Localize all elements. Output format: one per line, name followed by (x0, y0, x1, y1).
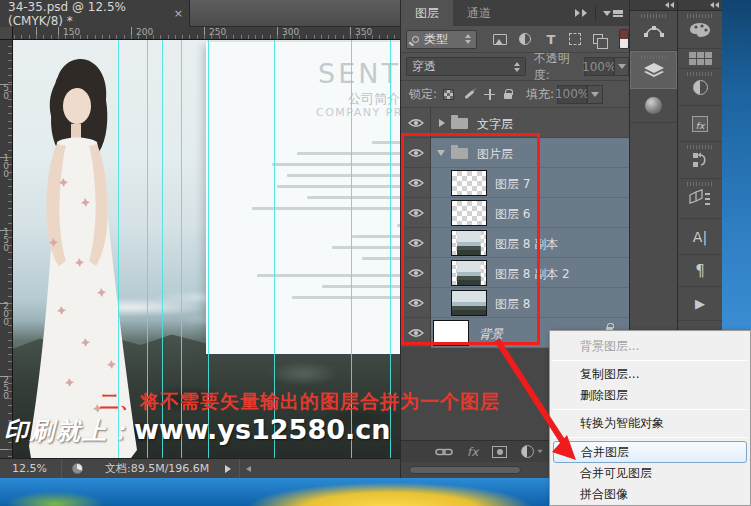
text-line (277, 185, 400, 188)
text-line (322, 285, 400, 288)
text-line (307, 196, 400, 199)
actions-panel-icon[interactable]: ▶ (678, 287, 722, 321)
text-line (257, 274, 400, 277)
fill-value-field[interactable]: 100% (557, 85, 587, 104)
ruler-label: 250 (209, 27, 226, 37)
filter-shape-layers-icon[interactable] (566, 30, 584, 48)
ruler-label: 200 (136, 27, 153, 37)
filter-kind-dropdown[interactable]: 类型 (406, 30, 477, 49)
status-info-icon[interactable] (72, 463, 83, 474)
divider (61, 459, 62, 479)
filter-row: 类型 T (401, 26, 629, 53)
blend-row: 穿透 不透明度: 100% (401, 53, 629, 81)
panel-tab-bar: 图层 通道 (401, 0, 629, 26)
text-line (372, 141, 400, 144)
text-line (362, 257, 400, 260)
blend-mode-dropdown[interactable]: 穿透 (406, 57, 526, 76)
3d-material-panel-icon[interactable] (630, 89, 677, 123)
lock-label: 锁定: (409, 86, 437, 103)
ruler-label: 350 (355, 27, 372, 37)
text-line (272, 163, 400, 166)
opacity-value-field[interactable]: 100% (584, 57, 614, 76)
ruler-vertical: 50 100 150 200 250 (0, 40, 13, 458)
close-tab-icon[interactable]: × (174, 7, 183, 20)
color-panel-icon[interactable] (678, 11, 722, 49)
ruler-label: 150 (1, 228, 11, 252)
ruler-label: 200 (1, 302, 11, 326)
divider (239, 459, 240, 479)
fill-label: 填充: (526, 86, 554, 103)
collapse-triangle-icon[interactable] (439, 119, 445, 127)
layers-panel-icon[interactable] (630, 51, 677, 89)
layer-name: 文字层 (477, 116, 513, 133)
lock-position-icon[interactable] (484, 89, 495, 100)
scroll-left-arrow-icon[interactable] (246, 466, 251, 472)
document-tab[interactable]: 34-35.psd @ 12.5%(CMYK/8) * × (0, 0, 190, 27)
history-panel-icon[interactable] (678, 142, 722, 179)
collapse-dock-icon[interactable] (678, 0, 722, 11)
filter-adjustment-layers-icon[interactable] (517, 30, 535, 48)
adjustments-panel-icon[interactable] (678, 69, 722, 106)
page-subtitle-en: COMPANY PR (316, 106, 400, 119)
folder-icon (451, 118, 468, 129)
zoom-level-field[interactable]: 12.5% (12, 462, 47, 475)
text-line (352, 235, 400, 238)
document-page: SENTUE 公司简介 COMPANY PR (206, 42, 400, 354)
expand-panels-icon[interactable] (582, 9, 587, 17)
character-panel-icon[interactable]: A| (678, 219, 722, 255)
watermark-url: www.ys12580.cn (134, 414, 390, 445)
annotation-red-text: 二、将不需要矢量输出的图层合拼为一个图层 (100, 389, 500, 415)
lock-row: 锁定: 填充: 100% (401, 81, 629, 108)
expand-panels-icon[interactable] (575, 9, 580, 17)
text-line (297, 152, 400, 155)
lock-transparency-icon[interactable] (443, 89, 454, 100)
ruler-label: 250 (1, 376, 11, 400)
watermark-brand: 印刷就上： (4, 417, 134, 445)
status-bar: 12.5% 文档:89.5M/196.6M (0, 458, 400, 478)
text-line (287, 174, 400, 177)
lock-pixels-icon[interactable] (464, 89, 474, 98)
opacity-label: 不透明度: (534, 50, 582, 84)
panel-menu-icon[interactable] (603, 10, 623, 17)
fill-dropdown-icon[interactable] (587, 85, 603, 104)
filter-toggle-switch[interactable] (619, 29, 629, 49)
filter-smart-object-icon[interactable] (589, 30, 607, 48)
divider (595, 6, 596, 20)
tab-channels[interactable]: 通道 (453, 0, 505, 26)
filter-pixel-layers-icon[interactable] (491, 30, 509, 48)
annotation-red-rectangle (401, 133, 540, 345)
ruler-horizontal: 150 200 250 300 350 (13, 27, 400, 40)
watermark: 印刷就上：www.ys12580.cn (4, 414, 390, 447)
paragraph-panel-icon[interactable]: ¶ (678, 255, 722, 287)
ruler-corner (0, 27, 13, 40)
menu-item-flatten-image[interactable]: 拼合图像 (550, 484, 750, 505)
3d-panel-icon[interactable] (678, 179, 722, 219)
lock-all-icon[interactable] (504, 93, 512, 99)
text-line (292, 296, 400, 299)
collapse-dock-icon[interactable] (630, 0, 677, 11)
document-size-info: 文档:89.5M/196.6M (105, 461, 209, 476)
title-bar: 34-35.psd @ 12.5%(CMYK/8) * × (0, 0, 400, 27)
document-tab-title: 34-35.psd @ 12.5%(CMYK/8) * (8, 0, 168, 28)
opacity-dropdown-icon[interactable] (614, 57, 629, 76)
status-popup-arrow-icon[interactable] (225, 465, 231, 473)
ruler-label: 50 (1, 84, 11, 100)
annotation-red-arrow (455, 330, 595, 480)
ruler-label: 150 (63, 27, 80, 37)
filter-type-layers-icon[interactable]: T (542, 30, 560, 48)
link-layers-icon[interactable] (435, 447, 453, 457)
styles-panel-icon[interactable]: fx (678, 106, 722, 142)
photoshop-window: 34-35.psd @ 12.5%(CMYK/8) * × 150 200 25… (0, 0, 751, 506)
swatches-panel-icon[interactable] (678, 49, 722, 69)
page-title: SENTUE (318, 58, 400, 89)
paths-panel-icon[interactable] (630, 11, 677, 51)
tab-layers[interactable]: 图层 (401, 0, 453, 26)
search-icon (412, 36, 419, 43)
ruler-label: 300 (282, 27, 299, 37)
ruler-label: 100 (1, 154, 11, 178)
